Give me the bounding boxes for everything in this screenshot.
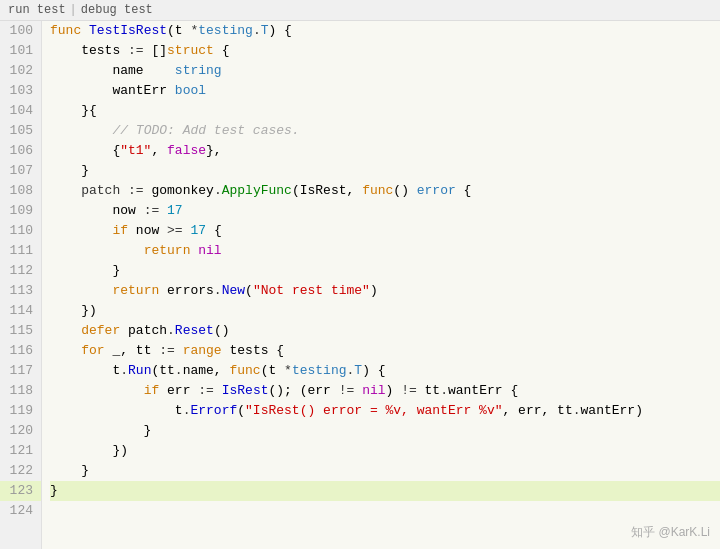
code-line: wantErr bool: [50, 81, 720, 101]
line-number: 123: [0, 481, 41, 501]
code-line: }): [50, 301, 720, 321]
code-line: return nil: [50, 241, 720, 261]
line-number: 114: [0, 301, 41, 321]
code-line: t.Errorf("IsRest() error = %v, wantErr %…: [50, 401, 720, 421]
line-number: 102: [0, 61, 41, 81]
code-line: }: [50, 161, 720, 181]
code-line: patch := gomonkey.ApplyFunc(IsRest, func…: [50, 181, 720, 201]
line-number: 107: [0, 161, 41, 181]
line-number: 109: [0, 201, 41, 221]
code-line: for _, tt := range tests {: [50, 341, 720, 361]
code-line: [50, 501, 720, 521]
code-line: // TODO: Add test cases.: [50, 121, 720, 141]
code-line: tests := []struct {: [50, 41, 720, 61]
line-number: 117: [0, 361, 41, 381]
code-line: if err := IsRest(); (err != nil) != tt.w…: [50, 381, 720, 401]
line-number: 122: [0, 461, 41, 481]
line-number: 111: [0, 241, 41, 261]
code-line: return errors.New("Not rest time"): [50, 281, 720, 301]
line-number: 112: [0, 261, 41, 281]
code-line: }): [50, 441, 720, 461]
code-line: defer patch.Reset(): [50, 321, 720, 341]
toolbar[interactable]: run test | debug test: [0, 0, 720, 21]
toolbar-separator: |: [70, 3, 77, 17]
code-line: func TestIsRest(t *testing.T) {: [50, 21, 720, 41]
code-line: }: [50, 261, 720, 281]
code-line: now := 17: [50, 201, 720, 221]
watermark: 知乎 @KarK.Li: [631, 524, 710, 541]
line-numbers: 100 101 102 103 104 105 106 107 108 109 …: [0, 21, 42, 549]
code-line: if now >= 17 {: [50, 221, 720, 241]
code-line: {"t1", false},: [50, 141, 720, 161]
line-number: 121: [0, 441, 41, 461]
line-number: 124: [0, 501, 41, 521]
line-number: 115: [0, 321, 41, 341]
line-number: 120: [0, 421, 41, 441]
debug-test-link[interactable]: debug test: [81, 3, 153, 17]
code-line: }: [50, 481, 720, 501]
line-number: 104: [0, 101, 41, 121]
code-line: }: [50, 461, 720, 481]
line-number: 103: [0, 81, 41, 101]
code-area: 100 101 102 103 104 105 106 107 108 109 …: [0, 21, 720, 549]
line-number: 101: [0, 41, 41, 61]
line-number: 106: [0, 141, 41, 161]
code-line: }: [50, 421, 720, 441]
code-editor: run test | debug test 100 101 102 103 10…: [0, 0, 720, 549]
line-number: 108: [0, 181, 41, 201]
line-number: 116: [0, 341, 41, 361]
run-test-link[interactable]: run test: [8, 3, 66, 17]
line-number: 105: [0, 121, 41, 141]
line-number: 100: [0, 21, 41, 41]
line-number: 110: [0, 221, 41, 241]
code-line: t.Run(tt.name, func(t *testing.T) {: [50, 361, 720, 381]
code-content[interactable]: func TestIsRest(t *testing.T) { tests :=…: [42, 21, 720, 549]
code-line: }{: [50, 101, 720, 121]
code-line: name string: [50, 61, 720, 81]
line-number: 113: [0, 281, 41, 301]
line-number: 119: [0, 401, 41, 421]
line-number: 118: [0, 381, 41, 401]
